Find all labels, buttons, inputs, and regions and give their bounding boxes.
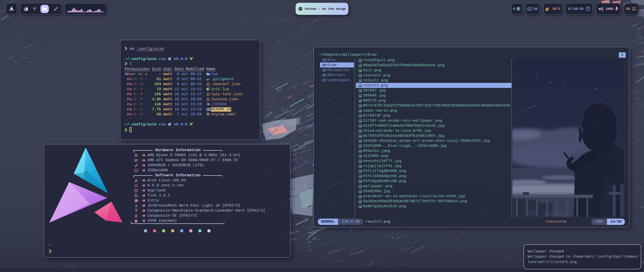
svg-text:git: git [206,78,210,81]
